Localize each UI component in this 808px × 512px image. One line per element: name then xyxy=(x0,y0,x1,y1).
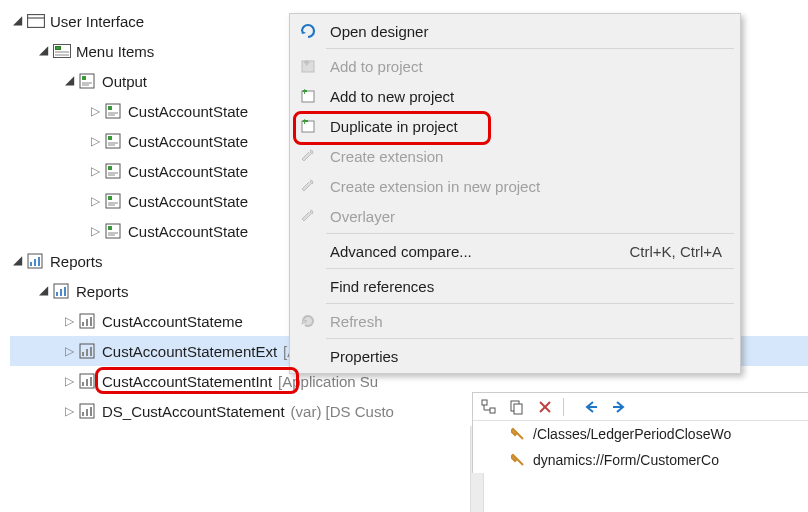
menu-separator xyxy=(326,48,734,49)
collapse-arrow-icon[interactable]: ▷ xyxy=(62,404,76,418)
node-label: User Interface xyxy=(50,13,144,30)
wrench-icon xyxy=(294,172,322,200)
collapse-arrow-icon[interactable]: ▷ xyxy=(62,314,76,328)
node-suffix: (var) [DS Custo xyxy=(291,403,394,420)
menu-separator xyxy=(326,303,734,304)
menu-label: Add to project xyxy=(322,58,736,75)
expand-arrow-icon[interactable]: ◢ xyxy=(10,13,24,27)
blank-icon xyxy=(294,272,322,300)
expand-arrow-icon[interactable]: ◢ xyxy=(10,253,24,267)
node-suffix: [Application Su xyxy=(278,373,378,390)
collapse-arrow-icon[interactable]: ▷ xyxy=(88,104,102,118)
menu-label: Open designer xyxy=(322,23,736,40)
collapse-arrow-icon[interactable]: ▷ xyxy=(88,194,102,208)
menu-label: Create extension xyxy=(322,148,736,165)
collapse-arrow-icon[interactable]: ▷ xyxy=(88,134,102,148)
module-icon xyxy=(26,11,46,31)
node-label: CustAccountState xyxy=(128,103,248,120)
menu-refresh: Refresh xyxy=(292,306,738,336)
node-label: CustAccountState xyxy=(128,133,248,150)
menu-create-extension-new: Create extension in new project xyxy=(292,171,738,201)
menu-add-to-project: + Add to project xyxy=(292,51,738,81)
expand-arrow-icon[interactable]: ◢ xyxy=(36,43,50,57)
node-label: Reports xyxy=(50,253,103,270)
menu-shortcut: Ctrl+K, Ctrl+A xyxy=(629,243,736,260)
report-item-icon xyxy=(104,131,124,151)
menu-separator xyxy=(326,233,734,234)
right-panel: /Classes/LedgerPeriodCloseWo dynamics://… xyxy=(472,392,808,473)
reports-icon xyxy=(52,281,72,301)
menu-separator xyxy=(326,338,734,339)
list-label: dynamics://Form/CustomerCo xyxy=(533,452,719,468)
menu-label: Properties xyxy=(322,348,736,365)
blank-icon xyxy=(294,237,322,265)
report-item-icon xyxy=(104,161,124,181)
collapse-arrow-icon[interactable]: ▷ xyxy=(88,164,102,178)
menu-advanced-compare[interactable]: Advanced compare... Ctrl+K, Ctrl+A xyxy=(292,236,738,266)
menu-create-extension: Create extension xyxy=(292,141,738,171)
svg-rect-51 xyxy=(82,412,84,416)
svg-rect-39 xyxy=(82,322,84,326)
menu-label: Advanced compare... xyxy=(322,243,629,260)
collapse-arrow-icon[interactable]: ▷ xyxy=(62,374,76,388)
svg-rect-19 xyxy=(108,166,112,170)
svg-rect-41 xyxy=(90,317,92,326)
svg-rect-36 xyxy=(60,289,62,296)
node-label: CustAccountState xyxy=(128,193,248,210)
menu-properties[interactable]: Properties xyxy=(292,341,738,371)
wrench-icon xyxy=(294,142,322,170)
node-label: Output xyxy=(102,73,147,90)
svg-rect-61 xyxy=(490,408,495,413)
toolbar-clear-icon[interactable] xyxy=(535,397,555,417)
reports-icon xyxy=(26,251,46,271)
toolbar-tree-icon[interactable] xyxy=(479,397,499,417)
collapse-arrow-icon[interactable]: ▷ xyxy=(88,224,102,238)
menu-open-designer[interactable]: Open designer xyxy=(292,16,738,46)
node-label: CustAccountStatementExt xyxy=(102,343,277,360)
svg-text:+: + xyxy=(304,58,309,68)
menu-add-to-new-project[interactable]: + Add to new project xyxy=(292,81,738,111)
report-icon xyxy=(78,311,98,331)
list-label: /Classes/LedgerPeriodCloseWo xyxy=(533,426,731,442)
svg-rect-43 xyxy=(82,352,84,356)
svg-rect-32 xyxy=(34,259,36,266)
svg-rect-35 xyxy=(56,292,58,296)
menu-duplicate-in-project[interactable]: + Duplicate in project xyxy=(292,111,738,141)
svg-rect-53 xyxy=(90,407,92,416)
expand-arrow-icon[interactable]: ◢ xyxy=(62,73,76,87)
svg-rect-49 xyxy=(90,377,92,386)
open-designer-icon xyxy=(294,17,322,45)
svg-rect-47 xyxy=(82,382,84,386)
svg-rect-52 xyxy=(86,409,88,416)
node-label: CustAccountState xyxy=(128,223,248,240)
svg-rect-11 xyxy=(108,106,112,110)
toolbar-forward-icon[interactable] xyxy=(609,397,629,417)
svg-rect-31 xyxy=(30,262,32,266)
menu-label: Overlayer xyxy=(322,208,736,225)
duplicate-icon: + xyxy=(294,112,322,140)
svg-rect-33 xyxy=(38,257,40,266)
svg-rect-15 xyxy=(108,136,112,140)
list-item[interactable]: dynamics://Form/CustomerCo xyxy=(473,447,808,473)
blank-icon xyxy=(294,342,322,370)
svg-rect-44 xyxy=(86,349,88,356)
hammer-icon xyxy=(509,425,527,443)
menu-label: Find references xyxy=(322,278,736,295)
collapse-arrow-icon[interactable]: ▷ xyxy=(62,344,76,358)
node-label: Reports xyxy=(76,283,129,300)
report-item-icon xyxy=(104,221,124,241)
report-icon xyxy=(78,371,98,391)
menu-label: Duplicate in project xyxy=(322,118,736,135)
expand-arrow-icon[interactable]: ◢ xyxy=(36,283,50,297)
svg-rect-60 xyxy=(482,400,487,405)
node-label: DS_CustAccountStatement xyxy=(102,403,285,420)
hammer-icon xyxy=(509,451,527,469)
svg-rect-23 xyxy=(108,196,112,200)
list-item[interactable]: /Classes/LedgerPeriodCloseWo xyxy=(473,421,808,447)
menu-label: Add to new project xyxy=(322,88,736,105)
menu-find-references[interactable]: Find references xyxy=(292,271,738,301)
svg-rect-27 xyxy=(108,226,112,230)
node-label: Menu Items xyxy=(76,43,154,60)
toolbar-copy-icon[interactable] xyxy=(507,397,527,417)
toolbar-back-icon[interactable] xyxy=(581,397,601,417)
